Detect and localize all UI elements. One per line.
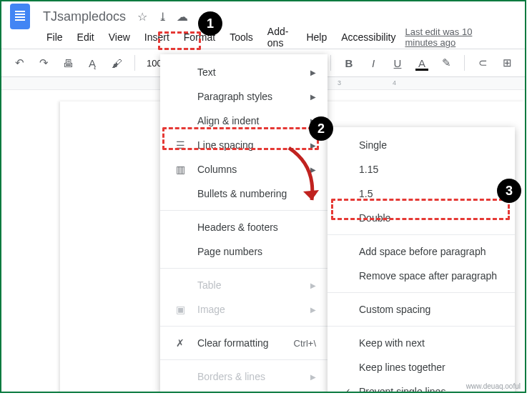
spacing-115[interactable]: 1.15	[327, 157, 515, 181]
underline-button[interactable]: U	[388, 54, 407, 72]
format-image: ▣Image▶	[160, 297, 327, 322]
paint-format-icon[interactable]: 🖌	[107, 54, 126, 72]
format-table: Table▶	[160, 273, 327, 297]
menu-file[interactable]: File	[41, 29, 68, 46]
menu-view[interactable]: View	[104, 29, 135, 46]
menu-edit[interactable]: Edit	[72, 29, 99, 46]
format-text[interactable]: Text▶	[160, 60, 327, 84]
text-color-button[interactable]: A	[413, 54, 431, 72]
format-borders-lines: Borders & lines▶	[160, 364, 327, 389]
title-bar: TJsampledocs ☆ ⤓ ☁	[1, 1, 525, 26]
format-clear-formatting[interactable]: ✗Clear formattingCtrl+\	[160, 331, 327, 355]
checkmark-icon: ✓	[340, 387, 353, 394]
last-edit-link[interactable]: Last edit was 10 minutes ago	[405, 26, 485, 48]
columns-icon: ▥	[172, 164, 189, 175]
spacing-custom[interactable]: Custom spacing	[327, 297, 515, 322]
separator	[464, 55, 465, 71]
add-comment-icon[interactable]: ⊞	[498, 54, 516, 72]
separator	[327, 292, 515, 293]
spellcheck-icon[interactable]: Ą	[83, 54, 102, 72]
cloud-status-icon[interactable]: ☁	[176, 10, 189, 24]
format-paragraph-styles[interactable]: Paragraph styles▶	[160, 84, 327, 109]
spacing-remove-after[interactable]: Remove space after paragraph	[327, 264, 515, 288]
menu-help[interactable]: Help	[301, 29, 332, 46]
ruler-tick: 4	[393, 79, 396, 86]
redo-icon[interactable]: ↷	[34, 54, 53, 72]
format-headers-footers[interactable]: Headers & footers	[160, 215, 327, 239]
separator	[330, 55, 331, 71]
spacing-15[interactable]: 1.5	[327, 181, 515, 206]
clear-format-icon: ✗	[172, 337, 189, 349]
menu-accessibility[interactable]: Accessibility	[336, 29, 400, 46]
format-dropdown: Text▶ Paragraph styles▶ Align & indent▶ …	[160, 54, 327, 393]
menu-tools[interactable]: Tools	[225, 29, 258, 46]
separator	[160, 326, 327, 327]
ruler-tick: 3	[338, 79, 341, 86]
undo-icon[interactable]: ↶	[10, 54, 29, 72]
menu-insert[interactable]: Insert	[139, 29, 174, 46]
print-icon[interactable]: 🖶	[59, 54, 77, 72]
italic-button[interactable]: I	[364, 54, 383, 72]
move-folder-icon[interactable]: ⤓	[156, 10, 169, 24]
separator	[134, 55, 135, 71]
step-badge-1: 1	[198, 11, 222, 36]
separator	[160, 359, 327, 360]
spacing-keep-lines[interactable]: Keep lines together	[327, 355, 515, 379]
line-spacing-dropdown: Single 1.15 1.5 Double Add space before …	[327, 127, 515, 393]
spacing-keep-next[interactable]: Keep with next	[327, 331, 515, 355]
separator	[327, 234, 515, 235]
menu-addons[interactable]: Add-ons	[262, 23, 297, 51]
separator	[160, 268, 327, 269]
bold-button[interactable]: B	[340, 54, 358, 72]
star-icon[interactable]: ☆	[136, 10, 149, 24]
docs-logo-icon[interactable]	[10, 4, 30, 29]
image-icon: ▣	[172, 304, 189, 315]
highlight-color-icon[interactable]: ✎	[437, 54, 455, 72]
spacing-single[interactable]: Single	[327, 133, 515, 157]
watermark: www.deuaq.ooful	[466, 382, 521, 390]
step-badge-2: 2	[309, 116, 333, 141]
step-badge-3: 3	[497, 179, 521, 203]
format-page-numbers[interactable]: Page numbers	[160, 239, 327, 264]
document-title[interactable]: TJsampledocs	[39, 9, 130, 24]
menu-bar: File Edit View Insert Format Tools Add-o…	[1, 26, 525, 46]
format-align-indent[interactable]: Align & indent▶	[160, 109, 327, 133]
spacing-double[interactable]: Double	[327, 206, 515, 230]
spacing-add-before[interactable]: Add space before paragraph	[327, 239, 515, 264]
separator	[327, 326, 515, 327]
app-window: TJsampledocs ☆ ⤓ ☁ File Edit View Insert…	[0, 0, 526, 393]
annotation-arrow-icon	[282, 144, 332, 212]
insert-link-icon[interactable]: ⊂	[473, 54, 492, 72]
line-spacing-icon: ☰	[172, 139, 189, 151]
